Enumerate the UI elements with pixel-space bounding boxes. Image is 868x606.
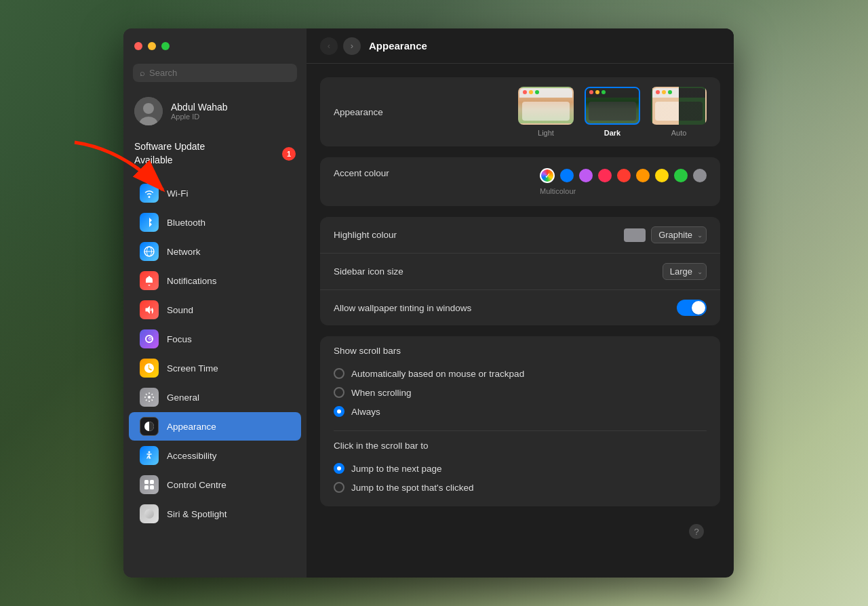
sidebar-icon-size-label: Sidebar icon size — [334, 266, 403, 277]
sidebar-item-label: General — [167, 392, 199, 403]
user-info: Abdul Wahab Apple ID — [171, 102, 228, 121]
theme-thumbnail-light — [518, 87, 574, 125]
accent-dot-purple[interactable] — [579, 169, 593, 182]
accent-dot-multicolor[interactable] — [540, 168, 555, 183]
theme-label-auto: Auto — [671, 129, 687, 137]
sidebar-item-label: Focus — [167, 334, 192, 344]
update-badge: 1 — [282, 147, 296, 161]
accent-dot-orange[interactable] — [636, 169, 650, 182]
accent-dot-green[interactable] — [674, 169, 688, 182]
scroll-auto-radio[interactable] — [334, 368, 344, 379]
sidebar-item-label: Bluetooth — [167, 218, 205, 228]
jump-next-page-option[interactable]: Jump to the next page — [334, 459, 707, 478]
content-titlebar: ‹ › Appearance — [307, 28, 734, 64]
sidebar-item-label: Accessibility — [167, 451, 217, 461]
jump-spot-radio[interactable] — [334, 482, 344, 493]
sidebar-item-notifications[interactable]: Notifications — [129, 266, 301, 295]
sidebar-item-label: Screen Time — [167, 363, 218, 373]
appearance-theme-row: Appearance — [320, 77, 720, 146]
siri-icon — [140, 504, 159, 523]
general-icon — [140, 388, 159, 407]
wallpaper-tinting-label: Allow wallpaper tinting in windows — [334, 303, 471, 313]
search-icon: ⌕ — [140, 68, 145, 78]
content-scroll-area[interactable]: Appearance — [307, 64, 734, 578]
sidebar-item-wifi[interactable]: Wi-Fi — [129, 179, 301, 207]
help-button[interactable]: ? — [689, 524, 704, 539]
scroll-scrolling-option[interactable]: When scrolling — [334, 383, 707, 402]
sidebar-item-sound[interactable]: Sound — [129, 296, 301, 324]
sidebar-item-label: Sound — [167, 305, 193, 315]
scroll-auto-option[interactable]: Automatically based on mouse or trackpad — [334, 364, 707, 383]
scroll-bars-options: Automatically based on mouse or trackpad… — [320, 361, 720, 430]
sidebar-icon-size-dropdown[interactable]: Large — [663, 263, 707, 280]
svg-rect-13 — [150, 485, 154, 489]
accent-colour-label: Accent colour — [334, 168, 389, 178]
sidebar-item-label: Network — [167, 247, 201, 257]
sound-icon — [140, 300, 159, 319]
minimize-button[interactable] — [148, 42, 156, 50]
sidebar-item-siri[interactable]: Siri & Spotlight — [129, 500, 301, 528]
user-profile[interactable]: Abdul Wahab Apple ID — [123, 92, 307, 134]
wallpaper-tinting-row: Allow wallpaper tinting in windows — [320, 290, 720, 325]
sidebar-item-general[interactable]: General — [129, 383, 301, 411]
network-icon — [140, 242, 159, 261]
main-content: ‹ › Appearance Appearance — [307, 28, 734, 578]
highlight-colour-control: Graphite — [624, 226, 707, 243]
back-button[interactable]: ‹ — [320, 37, 338, 55]
forward-button[interactable]: › — [343, 37, 361, 55]
accent-dot-pink[interactable] — [598, 169, 612, 182]
sidebar-item-label: Notifications — [167, 276, 217, 286]
theme-option-dark[interactable]: Dark — [585, 87, 640, 137]
jump-spot-option[interactable]: Jump to the spot that's clicked — [334, 478, 707, 497]
theme-thumbnail-dark — [585, 87, 640, 125]
sidebar: ⌕ Abdul Wahab Apple ID — [123, 28, 307, 578]
close-button[interactable] — [134, 42, 142, 50]
appearance-label: Appearance — [334, 107, 383, 117]
search-bar[interactable]: ⌕ — [133, 64, 297, 82]
accent-dot-blue[interactable] — [560, 169, 574, 182]
theme-thumbnail-auto — [651, 87, 707, 125]
accent-colour-card: Accent colour — [320, 157, 720, 206]
sidebar-item-screentime[interactable]: Screen Time — [129, 354, 301, 382]
sidebar-item-focus[interactable]: Focus — [129, 325, 301, 353]
scroll-always-option[interactable]: Always — [334, 402, 707, 421]
notifications-icon — [140, 271, 159, 290]
user-subtitle: Apple ID — [171, 113, 228, 121]
theme-selector: Light Da — [518, 87, 707, 137]
accent-colors-row — [540, 168, 707, 183]
jump-next-page-radio[interactable] — [334, 463, 344, 474]
svg-point-7 — [148, 396, 151, 399]
scroll-scrolling-radio[interactable] — [334, 387, 344, 398]
accent-selected-label: Multicolour — [540, 187, 576, 195]
wallpaper-tinting-toggle[interactable] — [677, 300, 707, 316]
theme-label-dark: Dark — [604, 129, 620, 137]
theme-option-light[interactable]: Light — [518, 87, 574, 137]
accent-colour-control: Multicolour — [540, 168, 707, 195]
user-name: Abdul Wahab — [171, 102, 228, 113]
scroll-always-radio[interactable] — [334, 406, 344, 417]
accent-dot-red[interactable] — [617, 169, 631, 182]
appearance-icon — [140, 417, 159, 436]
avatar — [134, 97, 163, 125]
maximize-button[interactable] — [161, 42, 170, 50]
accent-dot-graphite[interactable] — [693, 169, 707, 182]
svg-rect-12 — [144, 485, 149, 489]
theme-option-auto[interactable]: Auto — [651, 87, 707, 137]
sidebar-item-accessibility[interactable]: Accessibility — [129, 441, 301, 470]
sidebar-item-label: Wi-Fi — [167, 188, 188, 199]
sidebar-item-network[interactable]: Network — [129, 237, 301, 266]
search-input[interactable] — [149, 68, 290, 78]
bluetooth-icon — [140, 213, 159, 232]
sidebar-item-appearance[interactable]: Appearance — [129, 412, 301, 441]
sidebar-scroll[interactable]: Abdul Wahab Apple ID Software Update Ava… — [123, 89, 307, 578]
software-update-item[interactable]: Software Update Available 1 — [123, 134, 307, 174]
accent-dot-yellow[interactable] — [655, 169, 669, 182]
sidebar-item-label: Siri & Spotlight — [167, 509, 227, 519]
svg-point-14 — [144, 509, 154, 519]
jump-next-page-label: Jump to the next page — [351, 464, 442, 474]
svg-rect-10 — [144, 480, 149, 484]
svg-rect-11 — [150, 480, 154, 484]
sidebar-item-bluetooth[interactable]: Bluetooth — [129, 208, 301, 237]
highlight-colour-dropdown[interactable]: Graphite — [651, 226, 707, 243]
sidebar-item-controlcentre[interactable]: Control Centre — [129, 470, 301, 499]
